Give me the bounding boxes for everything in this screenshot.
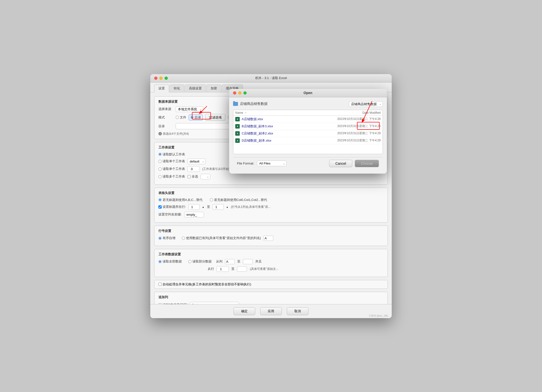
file-name-0: A店铺数据.xlsx xyxy=(242,117,337,121)
dialog-choose-button[interactable]: Choose xyxy=(355,160,379,167)
file-list: Name ↑ Date Modified X A店铺数据.xlsx 2023年1… xyxy=(233,110,383,154)
format-label: File Format: xyxy=(237,162,254,165)
folder-select[interactable]: 店铺商品销售数据 xyxy=(349,101,383,107)
dialog-traffic-lights xyxy=(233,91,247,95)
file-date-0: 2023年10月31日星期二 下午4:28 xyxy=(337,117,381,121)
dialog-bottom: File Format: All Files Cancel Choose xyxy=(233,157,383,170)
file-date-1: 2023年10月31日星期二 下午4:28 xyxy=(337,124,381,128)
folder-bar: 店铺商品销售数据 店铺商品销售数据 xyxy=(233,101,383,107)
file-date-2: 2023年10月31日星期二 下午4:29 xyxy=(337,131,381,135)
file-name-3: D店铺数据_副本.xlsx xyxy=(242,138,337,143)
dialog-close-button[interactable] xyxy=(233,91,236,95)
file-row-3[interactable]: X D店铺数据_副本.xlsx 2023年10月31日星期二 下午4:29 xyxy=(233,137,383,144)
dialog-maximize-button[interactable] xyxy=(243,91,247,95)
excel-icon-2: X xyxy=(235,131,240,136)
main-window: 积木 - 3:1 - 读取 Excel 设置 转化 高级设置 加密 缓存策略 数… xyxy=(150,74,392,318)
format-select[interactable]: All Files xyxy=(257,161,287,166)
folder-select-wrapper[interactable]: 店铺商品销售数据 xyxy=(349,101,383,107)
file-row-0[interactable]: X A店铺数据.xlsx 2023年10月31日星期二 下午4:28 xyxy=(233,116,383,123)
open-dialog: Open 店铺商品销售数据 店铺商品销售数据 xyxy=(229,89,387,174)
dialog-content: 店铺商品销售数据 店铺商品销售数据 Name ↑ xyxy=(229,97,387,174)
file-date-3: 2023年10月31日星期二 下午4:29 xyxy=(337,138,381,143)
file-list-header: Name ↑ Date Modified xyxy=(233,110,383,116)
file-name-2: C店铺数据_副本2.xlsx xyxy=(242,131,337,136)
excel-icon-0: X xyxy=(235,117,240,121)
dialog-minimize-button[interactable] xyxy=(238,91,241,95)
dialog-buttons: Cancel Choose xyxy=(329,160,379,167)
dialog-title-bar: Open xyxy=(229,89,387,97)
folder-name: 店铺商品销售数据 xyxy=(240,102,347,106)
dialog-cancel-button[interactable]: Cancel xyxy=(329,160,352,167)
dialog-title: Open xyxy=(304,91,312,95)
col-date: Date Modified xyxy=(362,111,381,114)
excel-icon-1: X xyxy=(235,124,240,129)
dialog-overlay: Open 店铺商品销售数据 店铺商品销售数据 xyxy=(150,74,392,318)
file-row-1[interactable]: X B店铺数据_副本3.xlsx 2023年10月31日星期二 下午4:28 xyxy=(233,123,383,130)
sort-arrow[interactable]: ↑ xyxy=(245,111,246,114)
folder-icon xyxy=(233,102,238,106)
col-name: Name ↑ xyxy=(235,111,246,114)
format-select-wrapper[interactable]: All Files xyxy=(257,161,287,166)
file-name-1: B店铺数据_副本3.xlsx xyxy=(242,124,337,129)
excel-icon-3: X xyxy=(235,138,240,143)
file-row-2[interactable]: X C店铺数据_副本2.xlsx 2023年10月31日星期二 下午4:29 xyxy=(233,130,383,137)
